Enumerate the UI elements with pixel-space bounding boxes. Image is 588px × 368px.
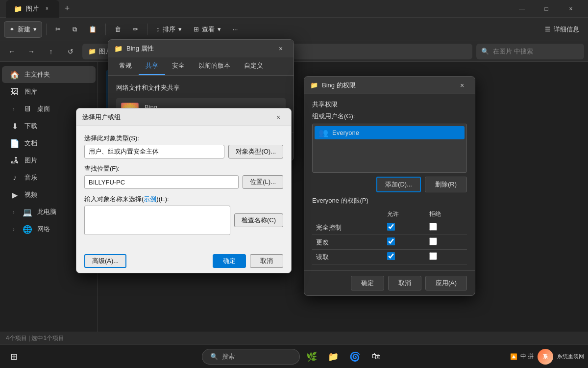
network-expand-icon: › [10,225,18,233]
title-bar-tabs: 📁 图片 × + [6,0,507,18]
minimize-btn[interactable]: — [511,1,533,17]
perm-col-allow: 允许 [383,208,425,220]
remove-user-button[interactable]: 删除(R) [425,177,467,192]
deny-read-check[interactable] [429,252,437,260]
maximize-btn[interactable]: □ [535,1,558,17]
tab-folder-icon: 📁 [14,5,22,13]
select-user-close[interactable]: × [271,110,285,124]
taskbar-search[interactable]: 🔍 搜索 [202,349,300,365]
copy-button[interactable]: ⧉ [68,21,82,38]
new-tab-btn[interactable]: + [59,1,75,17]
example-link[interactable]: 示例 [144,195,156,203]
taskbar-icon-store[interactable]: 🛍 [367,347,386,367]
back-button[interactable]: ← [4,44,20,59]
location-input-row: 位置(L)... [84,175,283,189]
up-button[interactable]: ↑ [43,44,59,59]
object-type-btn[interactable]: 对象类型(O)... [228,145,283,158]
sidebar-item-network-label: 网络 [37,225,50,234]
select-user-titlebar: 选择用户或组 × [76,108,291,126]
start-button[interactable]: ⊞ [4,347,24,367]
bing-permissions-dialog: 📁 Bing 的权限 × 共享权限 组或用户名(G): 👥 Everyone 添… [304,76,475,296]
forward-button[interactable]: → [24,44,39,59]
tab-previous[interactable]: 以前的版本 [192,57,237,75]
tab-custom[interactable]: 自定义 [237,57,270,75]
user-list-box[interactable]: 👥 Everyone [312,124,467,173]
taskbar-icon-widget[interactable]: 🌿 [302,347,321,367]
object-type-input-row: 对象类型(O)... [84,145,283,158]
taskbar-icon-explorer[interactable]: 📁 [323,347,343,367]
user-action-row: 添加(D)... 删除(R) [312,177,467,192]
view-icon: ⊞ [194,26,199,33]
allow-fullcontrol-check[interactable] [387,223,395,231]
new-icon: ✦ [9,26,15,33]
select-ok-btn[interactable]: 确定 [213,254,246,268]
view-button[interactable]: ⊞ 查看 ▾ [189,21,226,38]
tab-close-btn[interactable]: × [43,4,51,13]
refresh-button[interactable]: ↺ [63,44,78,59]
advanced-button[interactable]: 高级(A)... [84,254,126,268]
details-button[interactable]: ☰ 详细信息 [540,21,584,38]
location-row: 查找位置(F): 位置(L)... [84,164,283,189]
sidebar-item-gallery[interactable]: 🖼 图库 [2,83,96,100]
sidebar-item-desktop-label: 桌面 [37,105,50,113]
location-input[interactable] [84,175,239,189]
allow-modify-check[interactable] [387,237,395,245]
tab-share[interactable]: 共享 [139,57,165,75]
deny-fullcontrol-check[interactable] [429,223,437,231]
perm-cancel-btn[interactable]: 取消 [388,276,421,290]
search-icon: 🔍 [481,48,489,55]
paste-button[interactable]: 📋 [84,21,101,38]
select-user-title: 选择用户或组 [82,113,268,122]
cut-button[interactable]: ✂ [50,21,66,38]
title-bar: 📁 图片 × + — □ × [0,0,588,18]
explorer-tab[interactable]: 📁 图片 × [6,0,59,18]
bing-props-tabs: 常规 共享 安全 以前的版本 自定义 [108,57,294,76]
deny-modify-check[interactable] [429,237,437,245]
sidebar-item-thispc-label: 此电脑 [37,208,56,216]
close-btn[interactable]: × [560,1,582,17]
sidebar-item-home[interactable]: 🏠 主文件夹 [2,66,96,83]
enter-name-input-row: 检查名称(C) [84,206,283,235]
check-name-btn[interactable]: 检查名称(C) [234,213,283,227]
toolbar: ✦ 新建 ▾ ✂ ⧉ 📋 🗑 ✏ ↕ 排序 ▾ ⊞ 查看 ▾ [0,18,588,41]
object-type-input[interactable] [84,145,224,158]
share-section-title: 网络文件和文件夹共享 [116,83,286,92]
perm-title: Bing 的权限 [322,81,356,90]
perm-apply-btn[interactable]: 应用(A) [425,276,467,290]
select-cancel-btn[interactable]: 取消 [250,254,283,268]
perm-body: 共享权限 组或用户名(G): 👥 Everyone 添加(D)... 删除(R)… [304,94,475,270]
delete-button[interactable]: 🗑 [110,21,126,38]
allow-read-check[interactable] [387,252,395,260]
toolbar-sep-2 [105,24,106,35]
view-label: 查看 [202,25,215,34]
perm-close-btn[interactable]: × [455,79,469,92]
rename-button[interactable]: ✏ [128,21,143,38]
sort-button[interactable]: ↕ 排序 ▾ [151,21,187,38]
add-user-button[interactable]: 添加(D)... [376,177,421,192]
taskbar-right: 🔼 中 拼 系 系统重装网 [510,349,584,365]
perm-name-modify: 更改 [312,235,383,250]
status-bar: 4个项目 | 选中1个项目 [0,332,588,344]
video-icon: ▶ [10,190,20,200]
select-user-footer-right: 确定 取消 [213,254,283,268]
perm-ok-btn[interactable]: 确定 [351,276,384,290]
cut-icon: ✂ [55,26,61,33]
new-button[interactable]: ✦ 新建 ▾ [4,21,42,38]
user-item-everyone[interactable]: 👥 Everyone [315,126,465,139]
toolbar-sep-1 [46,24,47,35]
perm-name-read: 读取 [312,250,383,264]
tray-network-icon: 🔼 [510,353,517,360]
taskbar-icon-edge[interactable]: 🌀 [345,347,365,367]
tab-general[interactable]: 常规 [112,57,139,75]
tab-label: 图片 [26,4,39,13]
taskbar-search-icon: 🔍 [210,353,218,360]
tab-security[interactable]: 安全 [165,57,192,75]
perm-name-fullcontrol: 完全控制 [312,220,383,235]
bing-props-close[interactable]: × [274,42,288,55]
location-btn[interactable]: 位置(L)... [243,175,283,189]
object-name-input[interactable] [84,206,230,235]
more-button[interactable]: ··· [228,21,243,38]
search-box[interactable]: 🔍 在图片 中搜索 [476,44,584,59]
tray-time: 中 拼 [520,352,534,361]
perm-footer: 确定 取消 应用(A) [304,270,475,295]
